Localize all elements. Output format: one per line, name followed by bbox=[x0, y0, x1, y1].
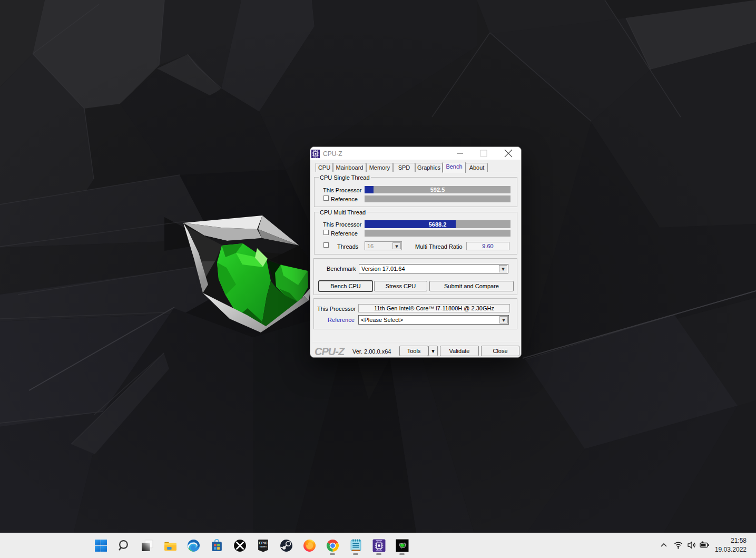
svg-text:EPIC: EPIC bbox=[259, 541, 267, 544]
svg-text:GAMES: GAMES bbox=[259, 545, 267, 547]
